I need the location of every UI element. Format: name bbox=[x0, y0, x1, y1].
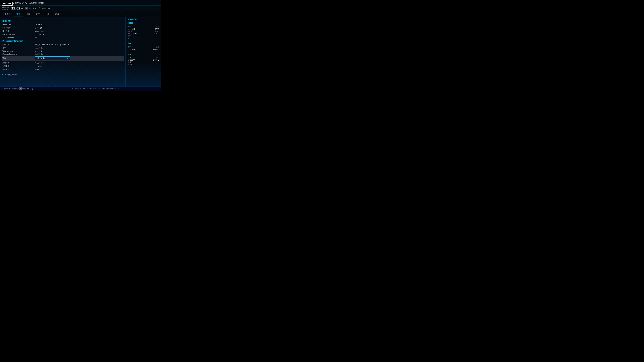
hotkey-section: 热键 ? bbox=[16, 87, 22, 90]
bios-footer: 上一次的修改记录 热键 ? Search on FAQ Version 2.19… bbox=[0, 86, 161, 90]
voltage-33v-val-row: 3.392 V bbox=[128, 63, 159, 65]
netfit-badge: NET-FIT bbox=[2, 1, 13, 6]
model-name-value: EX-B360M-V3 bbox=[34, 24, 46, 26]
sidebar-divider-2 bbox=[128, 52, 159, 52]
total-mem-row: Total Memory 8192 MB bbox=[2, 50, 123, 53]
total-mem-value: 8192 MB bbox=[34, 50, 42, 52]
voltage-hw-section: 电压 +12V +5V 12.288 V 5.160 V +3.3V 3.392… bbox=[128, 53, 159, 65]
bios-title: UEFI BIOS Utility – Advanced Mode bbox=[11, 1, 158, 4]
bios-header: /SUS UEFI BIOS Utility – Advanced Mode bbox=[0, 0, 161, 6]
hotkey-label: 热键 bbox=[16, 88, 19, 89]
proc-speed-label-row: 频率 温度 bbox=[128, 25, 159, 28]
bclk-value: 100.00 MHz bbox=[128, 32, 137, 34]
me-fw-row: ME FW Version 12.0.0.1062 bbox=[2, 33, 123, 36]
proc-speed-val-row: 2800 MHz 25°C bbox=[128, 28, 159, 30]
memory-hw-title: 内存 bbox=[128, 42, 159, 45]
processor-hw-title: 处理器 bbox=[128, 22, 159, 25]
system-date-value: 04/02/2023 bbox=[34, 62, 44, 64]
me-fw-label: ME FW Version bbox=[2, 33, 34, 35]
nav-exit[interactable]: 退出 bbox=[52, 11, 62, 17]
hw-monitor-label: 硬件监控 bbox=[130, 18, 137, 21]
language-row[interactable]: 语言 中文 (简体) ▼ bbox=[2, 56, 124, 61]
ratio-value: 28x bbox=[128, 37, 130, 39]
access-level-value: 管理员 bbox=[34, 68, 40, 71]
total-mem-label: Total Memory bbox=[2, 50, 34, 52]
language-switch[interactable]: ☰ 简体中文 bbox=[25, 7, 36, 10]
memory-hw-section: 内存 频率 容量 2133 MHz 8192 MB bbox=[128, 42, 159, 50]
mem-speed-label: 频率 bbox=[128, 46, 131, 48]
lang-icon: ☰ bbox=[25, 7, 28, 9]
system-time-row: 系统时间 11:02:40 bbox=[2, 64, 123, 68]
search-faq-label: Search on FAQ bbox=[22, 88, 33, 90]
search-button[interactable]: ❓ Search(F9) bbox=[39, 7, 50, 9]
mem-values-row: 2133 MHz 8192 MB bbox=[128, 48, 159, 50]
access-level-label: 访问权限 bbox=[2, 68, 34, 71]
pch-label: PCH Stepping bbox=[2, 36, 34, 38]
mem-speed-value: 2133 MHz bbox=[128, 48, 136, 50]
mem-freq-row: Memory Frequency 2133 MHz bbox=[2, 53, 123, 55]
language-selected-value: 中文 (简体) bbox=[36, 57, 45, 59]
v5-label: +5V bbox=[156, 57, 159, 59]
bclk-vcore-val-row: 100.00 MHz 0.928 V bbox=[128, 32, 159, 34]
vcore-value: 0.928 V bbox=[153, 32, 159, 34]
v12-value: 12.288 V bbox=[128, 59, 134, 61]
processor-info-header: Processor Information bbox=[2, 39, 123, 43]
nav-bar: I-Cafe 概要 高级 监控 启动 退出 bbox=[0, 11, 161, 17]
last-change-link[interactable]: 上一次的修改记录 bbox=[2, 87, 15, 90]
mem-capacity-label: 容量 bbox=[156, 46, 159, 48]
time-display: 11:02 bbox=[11, 6, 20, 10]
date-display: 04/02/2023 bbox=[2, 6, 10, 8]
gear-icon[interactable]: ⚙ bbox=[21, 7, 23, 9]
hotkey-key[interactable]: ? bbox=[19, 87, 22, 90]
cpu-freq-value: 2800 MHz bbox=[34, 47, 43, 49]
bios-screen: NET-FIT /SUS UEFI BIOS Utility – Advance… bbox=[0, 0, 161, 90]
bclk-vcore-label-row: BCLK Vcore bbox=[128, 30, 159, 32]
nav-monitor[interactable]: 监控 bbox=[33, 11, 42, 17]
main-layout: BIOS 信息 Model Name EX-B360M-V3 BIOS 版本 1… bbox=[0, 17, 161, 87]
pch-value: B0 bbox=[34, 36, 37, 38]
nav-icafe[interactable]: I-Cafe bbox=[2, 12, 14, 16]
version-info: Version 2.19.1269. Copyright (C) 2018 Am… bbox=[33, 88, 158, 90]
voltage-12v-5v-values: 12.288 V 5.160 V bbox=[128, 59, 159, 61]
language-select[interactable]: 中文 (简体) ▼ bbox=[34, 56, 70, 60]
build-date-row: 建立日期 09/14/2018 bbox=[2, 29, 123, 33]
proc-temp-label: 温度 bbox=[156, 25, 159, 28]
nav-advanced[interactable]: 高级 bbox=[23, 11, 33, 17]
voltage-12v-5v-labels: +12V +5V bbox=[128, 57, 159, 59]
bclk-label: BCLK bbox=[128, 30, 132, 32]
model-name-row: Model Name EX-B360M-V3 bbox=[2, 23, 123, 26]
proc-temp-value: 25°C bbox=[155, 28, 159, 30]
build-date-value: 09/14/2018 bbox=[34, 30, 44, 32]
nav-overview[interactable]: 概要 bbox=[14, 11, 23, 17]
content-area: BIOS 信息 Model Name EX-B360M-V3 BIOS 版本 1… bbox=[0, 17, 126, 87]
vcore-label: Vcore bbox=[155, 30, 159, 32]
cpu-freq-label: 频率 bbox=[2, 47, 34, 49]
hardware-monitor-panel: 🖥 硬件监控 处理器 频率 温度 2800 MHz 25°C BCLK Vcor… bbox=[126, 17, 161, 87]
cpu-freq-row: 频率 2800 MHz bbox=[2, 46, 123, 50]
language-label: 语言 bbox=[2, 57, 34, 59]
v5-value: 5.160 V bbox=[153, 59, 159, 61]
monitor-icon: 🖥 bbox=[128, 19, 129, 20]
proc-speed-value: 2800 MHz bbox=[128, 28, 136, 30]
netfit-label2: FIT bbox=[8, 2, 11, 5]
mem-capacity-value: 8192 MB bbox=[152, 48, 159, 50]
info-notice-text: 选择默认语言。 bbox=[7, 73, 19, 76]
ratio-val-row: 28x bbox=[128, 37, 159, 39]
v33-label: +3.3V bbox=[128, 61, 132, 63]
info-icon: i bbox=[2, 73, 6, 76]
nav-boot[interactable]: 启动 bbox=[42, 11, 52, 17]
search-label: Search(F9) bbox=[42, 7, 50, 9]
mem-freq-value: 2133 MHz bbox=[34, 53, 43, 55]
system-time-value: 11:02:40 bbox=[34, 65, 42, 67]
bios-version-label: BIOS 版本 bbox=[2, 27, 34, 29]
access-level-row: 访问权限 管理员 bbox=[2, 68, 123, 71]
search-faq-link[interactable]: Search on FAQ bbox=[22, 88, 33, 90]
voltage-hw-title: 电压 bbox=[128, 53, 159, 56]
top-bar: 04/02/2023 Sunday 11:02 ⚙ ☰ 简体中文 ❓ Searc… bbox=[0, 6, 161, 11]
voltage-33v-label-row: +3.3V bbox=[128, 61, 159, 63]
system-date-row: 系统日期 04/02/2023 bbox=[2, 61, 123, 64]
ratio-label: 比率 bbox=[128, 35, 131, 37]
proc-speed-label: 频率 bbox=[128, 25, 131, 28]
date-info: 04/02/2023 Sunday bbox=[2, 6, 10, 10]
info-notice: i 选择默认语言。 bbox=[2, 72, 123, 77]
